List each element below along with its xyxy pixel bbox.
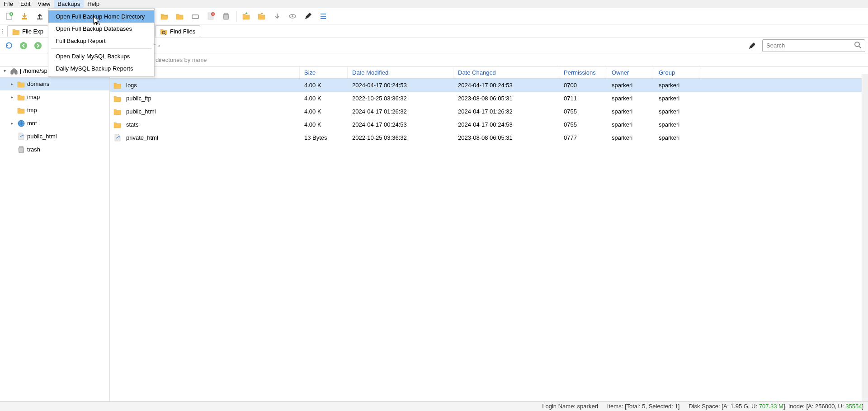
toolbar-new-file[interactable]	[3, 10, 15, 23]
chevron-right-icon[interactable]: ▸	[8, 121, 15, 126]
backups-dropdown: Open Full Backup Home DirectoryOpen Full…	[48, 8, 155, 77]
cell-name: public_html	[126, 108, 156, 115]
cell-size: 4.00 K	[300, 82, 348, 89]
menu-backups[interactable]: Backups	[54, 0, 84, 8]
cell-date-changed: 2024-04-17 00:24:53	[453, 121, 559, 128]
tree-panel: ▾ [ /home/sp ▸domains▸imaptmp▸mntpublic_…	[0, 67, 110, 401]
folder-icon	[17, 80, 25, 88]
cell-size: 4.00 K	[300, 95, 348, 102]
globe-icon	[17, 119, 25, 128]
menu-edit[interactable]: Edit	[17, 0, 34, 8]
menu-item[interactable]: Open Full Backup Databases	[48, 23, 154, 35]
chevron-down-icon[interactable]: ▾	[1, 68, 8, 73]
status-items: Items: [Total: 5, Selected: 1]	[607, 403, 679, 410]
cell-size: 4.00 K	[300, 121, 348, 128]
nav-back[interactable]	[17, 39, 30, 52]
table-row[interactable]: logs4.00 K2024-04-17 00:24:532024-04-17 …	[110, 79, 868, 92]
folder-icon	[113, 94, 122, 103]
tree-item[interactable]: trash	[0, 143, 109, 156]
toolbar-view[interactable]	[286, 10, 299, 23]
menu-view[interactable]: View	[34, 0, 54, 8]
main-split: ▾ [ /home/sp ▸domains▸imaptmp▸mntpublic_…	[0, 67, 868, 401]
cell-date-modified: 2024-04-17 00:24:53	[348, 121, 453, 128]
chevron-right-icon: ›	[158, 42, 160, 49]
folder-icon	[113, 121, 122, 129]
col-date-changed[interactable]: Date Changed	[453, 67, 559, 78]
tree-item[interactable]: public_html	[0, 130, 109, 143]
menu-help[interactable]: Help	[84, 0, 103, 8]
cell-size: 4.00 K	[300, 108, 348, 115]
tree-item-label: public_html	[27, 133, 57, 140]
cell-owner: sparkeri	[607, 95, 654, 102]
find-folder-icon	[160, 28, 167, 35]
status-disk: Disk Space: [A: 1.95 G, U: 707.33 M], In…	[689, 403, 863, 410]
tree-item[interactable]: tmp	[0, 104, 109, 117]
menu-file[interactable]: File	[0, 0, 17, 8]
tabs-drag-handle[interactable]	[2, 29, 3, 33]
chevron-right-icon[interactable]: ▸	[8, 81, 15, 86]
toolbar-action-2[interactable]	[174, 10, 186, 23]
col-size[interactable]: Size	[300, 67, 348, 78]
table-row[interactable]: stats4.00 K2024-04-17 00:24:532024-04-17…	[110, 118, 868, 131]
home-icon	[10, 67, 18, 75]
tree-item[interactable]: ▸imap	[0, 90, 109, 104]
cell-date-changed: 2023-08-08 06:05:31	[453, 134, 559, 141]
toolbar-action-1[interactable]	[158, 10, 171, 23]
nav-forward[interactable]	[32, 39, 44, 52]
link-file-icon	[113, 134, 122, 142]
toolbar-rename[interactable]	[189, 10, 202, 23]
tree-item-label: tmp	[27, 107, 37, 113]
col-group[interactable]: Group	[654, 67, 701, 78]
tree-item[interactable]: ▸mnt	[0, 117, 109, 130]
breadcrumb[interactable]: er.ir ›	[143, 42, 743, 49]
toolbar-download[interactable]	[18, 10, 31, 23]
table-row[interactable]: private_html13 Bytes2022-10-25 03:36:322…	[110, 131, 868, 144]
menu-item[interactable]: Full Backup Report	[48, 35, 154, 47]
svg-rect-9	[192, 15, 198, 19]
cell-size: 13 Bytes	[300, 134, 348, 141]
col-date-modified[interactable]: Date Modified	[348, 67, 453, 78]
search-input[interactable]	[766, 42, 854, 49]
toolbar-delete-file[interactable]	[204, 10, 217, 23]
cell-permissions: 0755	[559, 121, 607, 128]
cell-group: sparkeri	[654, 121, 701, 128]
toolbar-list[interactable]	[317, 10, 330, 23]
tab-file-explorer[interactable]: File Exp	[7, 25, 48, 37]
menu-item[interactable]: Open Daily MySQL Backups	[48, 50, 154, 62]
toolbar-trash[interactable]	[220, 10, 232, 23]
table-row[interactable]: public_ftp4.00 K2022-10-25 03:36:322023-…	[110, 92, 868, 105]
toolbar-compress[interactable]	[255, 10, 268, 23]
table-row[interactable]: public_html4.00 K2024-04-17 01:26:322024…	[110, 105, 868, 118]
toolbar-extract[interactable]	[240, 10, 253, 23]
menu-item[interactable]: Open Full Backup Home Directory	[48, 10, 154, 23]
toolbar-arrow-down[interactable]	[271, 10, 283, 23]
vertical-scrollbar[interactable]	[862, 74, 868, 401]
filter-input[interactable]: directories by name	[152, 57, 207, 63]
cell-owner: sparkeri	[607, 82, 654, 89]
cell-date-modified: 2022-10-25 03:36:32	[348, 134, 453, 141]
cell-permissions: 0777	[559, 134, 607, 141]
tree-item-label: mnt	[27, 120, 37, 127]
cell-group: sparkeri	[654, 134, 701, 141]
col-permissions[interactable]: Permissions	[559, 67, 607, 78]
tree-item-label: domains	[27, 80, 49, 87]
tab-find-files[interactable]: Find Files	[155, 25, 200, 37]
search-icon	[854, 41, 861, 50]
toolbar-upload[interactable]	[33, 10, 46, 23]
toolbar-separator	[236, 11, 236, 22]
cell-date-changed: 2023-08-08 06:05:31	[453, 95, 559, 102]
tree-item-label: imap	[27, 94, 40, 100]
search-box[interactable]	[762, 39, 865, 52]
edit-path-button[interactable]	[745, 39, 758, 52]
svg-point-12	[292, 15, 293, 17]
tree-item[interactable]: ▸domains	[0, 77, 109, 90]
col-owner[interactable]: Owner	[607, 67, 654, 78]
trash-icon	[17, 146, 25, 154]
cell-owner: sparkeri	[607, 121, 654, 128]
cell-name: logs	[126, 82, 137, 89]
menu-item[interactable]: Daily MySQL Backup Reports	[48, 62, 154, 75]
toolbar-edit[interactable]	[302, 10, 314, 23]
chevron-right-icon[interactable]: ▸	[8, 94, 15, 99]
cell-name: stats	[126, 121, 138, 128]
nav-refresh[interactable]	[3, 39, 15, 52]
